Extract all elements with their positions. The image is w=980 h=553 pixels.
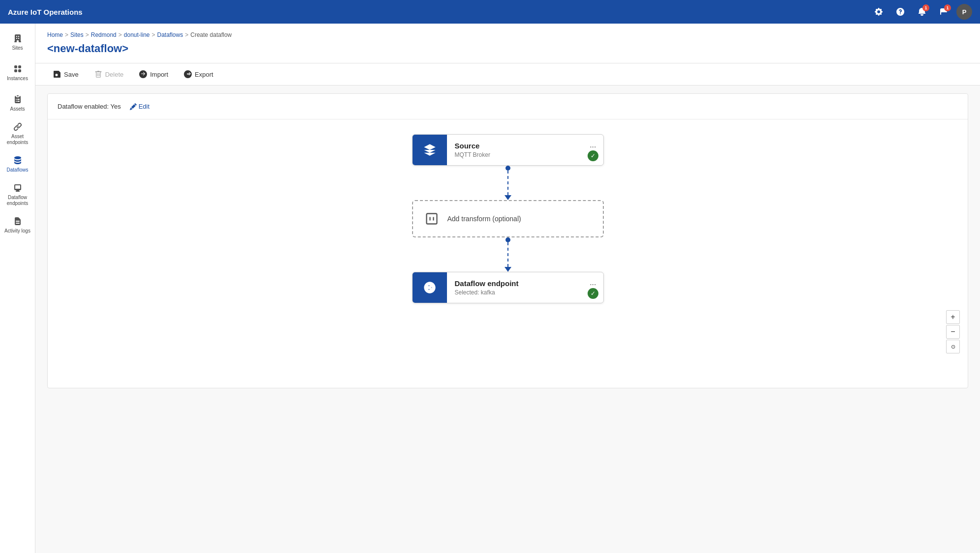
export-icon <box>184 70 192 78</box>
breadcrumb-dataflows[interactable]: Dataflows <box>157 31 183 38</box>
app-title: Azure IoT Operations <box>8 8 870 16</box>
canvas-area: Dataflow enabled: Yes Edit <box>35 86 980 553</box>
connector-1-line <box>507 171 508 195</box>
edit-label: Edit <box>139 103 149 110</box>
save-label: Save <box>64 71 79 78</box>
breadcrumb-redmond[interactable]: Redmond <box>91 31 117 38</box>
sidebar-item-dataflow-endpoints-label: Dataflow endpoints <box>3 195 32 206</box>
source-node-subtitle: MQTT Broker <box>455 151 595 158</box>
transform-brackets-icon <box>425 212 439 226</box>
zoom-controls: + − ⊙ <box>946 310 960 353</box>
cube-icon <box>423 143 437 157</box>
page-title: <new-dataflow> <box>35 40 980 63</box>
breadcrumb-donut-line[interactable]: donut-line <box>124 31 150 38</box>
edit-icon <box>130 103 137 110</box>
import-icon <box>139 70 147 78</box>
export-button[interactable]: Export <box>178 67 219 81</box>
sidebar-item-dataflow-endpoints[interactable]: Dataflow endpoints <box>2 180 33 209</box>
zoom-out-button[interactable]: − <box>946 325 960 339</box>
destination-node-icon <box>413 272 447 303</box>
sidebar-item-dataflows[interactable]: Dataflows <box>2 149 33 179</box>
save-button[interactable]: Save <box>47 67 85 81</box>
help-button[interactable] <box>891 3 909 21</box>
breadcrumb-current: Create dataflow <box>190 31 232 38</box>
toolbar: Save Delete Import Export <box>35 63 980 86</box>
export-label: Export <box>195 71 213 78</box>
connector-2 <box>505 237 511 272</box>
destination-node-check: ✓ <box>588 288 598 299</box>
transform-node[interactable]: Add transform (optional) <box>412 200 604 237</box>
notification-bell-badge: 1 <box>922 4 929 11</box>
destination-node-menu-dots: ... <box>590 278 596 287</box>
connector-2-line <box>507 242 508 267</box>
topbar-actions: 1 1 P <box>870 3 972 21</box>
sidebar-item-assets-label: Assets <box>10 106 25 112</box>
delete-button[interactable]: Delete <box>89 67 130 81</box>
destination-node-menu[interactable]: ... <box>588 277 598 288</box>
sidebar-item-sites-label: Sites <box>12 45 23 51</box>
import-label: Import <box>150 71 168 78</box>
connector-2-dot <box>505 237 510 242</box>
delete-label: Delete <box>105 71 124 78</box>
endpoint-icon <box>423 281 437 294</box>
source-node-title: Source <box>455 142 595 150</box>
sidebar: Sites Instances Assets Asset endpoints <box>0 24 35 553</box>
content-area: Home > Sites > Redmond > donut-line > Da… <box>35 24 980 553</box>
user-avatar[interactable]: P <box>956 4 972 20</box>
destination-node[interactable]: Dataflow endpoint Selected: kafka ... ✓ <box>412 272 604 303</box>
sidebar-item-instances-label: Instances <box>7 76 28 82</box>
dataflow-enabled-status: Dataflow enabled: Yes <box>58 103 121 110</box>
source-node-check: ✓ <box>588 150 598 161</box>
breadcrumb-home[interactable]: Home <box>47 31 63 38</box>
save-icon <box>53 70 61 78</box>
zoom-fit-button[interactable]: ⊙ <box>946 340 960 353</box>
connector-1-arrow <box>505 195 511 200</box>
zoom-in-button[interactable]: + <box>946 310 960 324</box>
source-node-menu-dots: ... <box>590 141 596 149</box>
breadcrumb-sep-3: > <box>119 31 122 38</box>
destination-check-circle: ✓ <box>588 288 598 299</box>
destination-node-body: Dataflow endpoint Selected: kafka <box>447 272 603 303</box>
breadcrumb-sep-1: > <box>65 31 68 38</box>
connector-1 <box>505 166 511 200</box>
source-node-menu[interactable]: ... <box>588 140 598 150</box>
sidebar-item-asset-endpoints[interactable]: Asset endpoints <box>2 119 33 148</box>
sidebar-item-sites[interactable]: Sites <box>2 28 33 57</box>
topbar: Azure IoT Operations 1 1 P <box>0 0 980 24</box>
notification-bell-button[interactable]: 1 <box>913 3 931 21</box>
source-check-circle: ✓ <box>588 150 598 161</box>
breadcrumb-sep-2: > <box>86 31 89 38</box>
source-node[interactable]: Source MQTT Broker ... ✓ <box>412 134 604 166</box>
sidebar-item-instances[interactable]: Instances <box>2 58 33 87</box>
dataflow-panel: Dataflow enabled: Yes Edit <box>47 93 968 388</box>
breadcrumb-sep-5: > <box>185 31 188 38</box>
destination-node-title: Dataflow endpoint <box>455 279 595 288</box>
svg-rect-0 <box>426 214 437 224</box>
sidebar-item-assets[interactable]: Assets <box>2 88 33 118</box>
breadcrumb: Home > Sites > Redmond > donut-line > Da… <box>35 24 980 40</box>
dataflow-header: Dataflow enabled: Yes Edit <box>48 94 968 119</box>
connector-2-arrow <box>505 267 511 272</box>
sidebar-item-activity-logs-label: Activity logs <box>4 228 30 234</box>
sidebar-item-dataflows-label: Dataflows <box>7 167 29 173</box>
connector-1-dot <box>505 166 510 171</box>
sidebar-item-asset-endpoints-label: Asset endpoints <box>3 134 32 146</box>
settings-button[interactable] <box>870 3 888 21</box>
source-node-icon <box>413 135 447 165</box>
breadcrumb-sites[interactable]: Sites <box>70 31 84 38</box>
breadcrumb-sep-4: > <box>152 31 155 38</box>
flow-canvas: Source MQTT Broker ... ✓ <box>48 119 968 365</box>
transform-icon <box>423 210 441 228</box>
delete-icon <box>94 70 102 78</box>
notification-flag-button[interactable]: 1 <box>935 3 952 21</box>
notification-flag-badge: 1 <box>944 4 951 11</box>
sidebar-item-activity-logs[interactable]: Activity logs <box>2 210 33 240</box>
import-button[interactable]: Import <box>133 67 174 81</box>
edit-button[interactable]: Edit <box>127 102 152 111</box>
main-layout: Sites Instances Assets Asset endpoints <box>0 24 980 553</box>
transform-label: Add transform (optional) <box>447 215 521 223</box>
destination-node-subtitle: Selected: kafka <box>455 289 595 296</box>
source-node-body: Source MQTT Broker <box>447 135 603 165</box>
